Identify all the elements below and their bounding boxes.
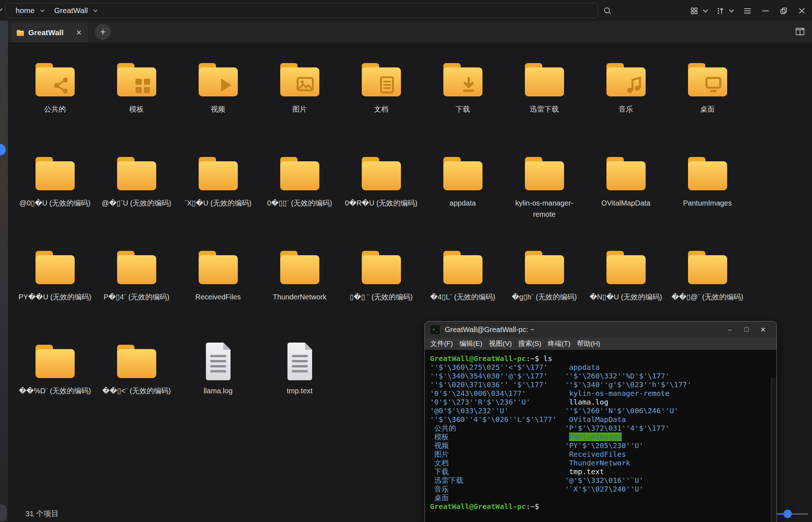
- folder-icon: [32, 57, 78, 100]
- grid-item[interactable]: ReceivedFiles: [177, 235, 259, 329]
- grid-item[interactable]: `X▯�U (无效的编码): [177, 141, 259, 235]
- grid-item[interactable]: OVitalMapData: [585, 141, 667, 235]
- grid-item-label: appdata: [450, 198, 476, 209]
- grid-item[interactable]: P�▯4¨ (无效的编码): [96, 235, 177, 329]
- grid-item[interactable]: �g▯h¨ (无效的编码): [504, 235, 585, 329]
- breadcrumb-item-current[interactable]: GreatWall: [54, 6, 88, 15]
- terminal-output[interactable]: GreatWall@GreatWall-pc:~$ ls''$'\360\275…: [425, 350, 776, 522]
- grid-item-label: �4▯L¨ (无效的编码): [430, 291, 495, 303]
- folder-icon: [603, 57, 649, 100]
- folder-icon: [32, 245, 78, 288]
- grid-item[interactable]: ▯�▯ ¨ (无效的编码): [340, 235, 422, 329]
- terminal-minimize-icon[interactable]: –: [721, 326, 738, 334]
- grid-item[interactable]: @0▯�U (无效的编码): [14, 141, 96, 235]
- grid-item-label: OVitalMapData: [601, 198, 650, 209]
- grid-item[interactable]: kylin-os-manager-remote: [504, 141, 585, 235]
- grid-item-label: tmp.text: [287, 385, 312, 397]
- grid-item[interactable]: ��▯<¨ (无效的编码): [96, 329, 177, 423]
- terminal-line: 音乐'`X'$'\027\240''U': [430, 485, 776, 493]
- grid-item[interactable]: tmp.text: [259, 329, 340, 423]
- chevron-down-icon[interactable]: [726, 5, 737, 16]
- terminal-window[interactable]: >_ GreatWall@GreatWall-pc: ~ – □ ✕ 文件(F)…: [424, 321, 777, 522]
- terminal-line: '0'$'\273''R'$'\236''U' llama.log: [430, 398, 776, 406]
- sidebar-bottom-control: [0, 505, 7, 521]
- chevron-down-icon[interactable]: [93, 9, 98, 12]
- terminal-close-icon[interactable]: ✕: [755, 326, 771, 334]
- grid-item-label: `X▯�U (无效的编码): [185, 198, 252, 209]
- grid-item[interactable]: 桌面: [667, 47, 748, 141]
- chevron-down-icon[interactable]: [700, 5, 711, 16]
- grid-item[interactable]: 0�R�U (无效的编码): [340, 141, 422, 235]
- restore-icon[interactable]: [778, 5, 789, 16]
- terminal-titlebar[interactable]: >_ GreatWall@GreatWall-pc: ~ – □ ✕: [425, 322, 776, 337]
- grid-item[interactable]: ��%D¨ (无效的编码): [14, 329, 96, 423]
- grid-item[interactable]: 迅雷下载: [504, 47, 585, 141]
- folder-icon: [603, 151, 649, 194]
- menu-icon[interactable]: [742, 5, 753, 16]
- terminal-menu-item[interactable]: 终端(T): [544, 339, 573, 348]
- terminal-menu-item[interactable]: 文件(F): [427, 339, 456, 348]
- grid-item-label: 图片: [293, 104, 307, 115]
- item-count-label: 31 个项目: [25, 509, 59, 519]
- folder-icon: [440, 245, 486, 288]
- tab-greatwall[interactable]: GreatWall ✕: [11, 23, 88, 42]
- chevron-down-icon[interactable]: [40, 9, 45, 12]
- grid-item[interactable]: 0�▯▯¨ (无效的编码): [259, 141, 340, 235]
- sidebar-collapsed-strip[interactable]: [0, 21, 8, 522]
- new-tab-button[interactable]: +: [95, 24, 111, 40]
- grid-item[interactable]: llama.log: [177, 329, 259, 423]
- grid-item[interactable]: 音乐: [585, 47, 667, 141]
- terminal-maximize-icon[interactable]: □: [738, 326, 755, 334]
- icon-zoom-slider-handle[interactable]: [783, 510, 792, 518]
- grid-item[interactable]: 文档: [340, 47, 422, 141]
- search-icon[interactable]: [602, 5, 613, 16]
- grid-item-label: llama.log: [203, 385, 232, 397]
- folder-icon: [521, 245, 568, 288]
- terminal-menu-item[interactable]: 视图(V): [486, 339, 515, 348]
- folder-icon: [603, 245, 649, 288]
- folder-icon: [113, 57, 160, 100]
- grid-view-icon[interactable]: [689, 5, 700, 16]
- terminal-scrollbar[interactable]: [771, 378, 776, 522]
- grid-item[interactable]: appdata: [422, 141, 504, 235]
- grid-item[interactable]: 图片: [259, 47, 340, 141]
- grid-item-label: �N▯�U (无效的编码): [590, 291, 662, 303]
- grid-item[interactable]: @�▯`U (无效的编码): [96, 141, 177, 235]
- close-icon[interactable]: ✕: [75, 28, 83, 37]
- terminal-line: GreatWall@GreatWall-pc:~$: [430, 502, 776, 511]
- grid-item-label: 0�R�U (无效的编码): [345, 198, 418, 209]
- folder-icon: [16, 29, 25, 37]
- grid-item[interactable]: ��▯@¨ (无效的编码): [667, 235, 748, 329]
- grid-item[interactable]: 公共的: [14, 47, 96, 141]
- grid-item[interactable]: ThunderNetwork: [259, 235, 340, 329]
- terminal-line: ''$'\340\354\030''@'$'\177'''$'\260\332'…: [430, 372, 776, 380]
- grid-item[interactable]: �N▯�U (无效的编码): [585, 235, 667, 329]
- minimize-icon[interactable]: [760, 5, 771, 16]
- folder-icon: [440, 151, 486, 194]
- folder-icon: [440, 57, 486, 100]
- grid-item[interactable]: 视频: [177, 47, 259, 141]
- close-icon[interactable]: [796, 5, 807, 16]
- folder-icon: [195, 57, 241, 100]
- terminal-line: 图片 ReceivedFiles: [430, 450, 776, 459]
- grid-item[interactable]: �4▯L¨ (无效的编码): [422, 235, 504, 329]
- terminal-line: ''$'\360''4'$'\026''L'$'\177' OVitalMapD…: [430, 415, 776, 424]
- terminal-line: 桌面: [430, 493, 776, 502]
- breadcrumb-item-home[interactable]: home: [16, 6, 35, 15]
- terminal-menu-item[interactable]: 编辑(E): [456, 339, 485, 348]
- terminal-menu-item[interactable]: 帮助(H): [574, 339, 604, 348]
- chevron-down-icon[interactable]: [0, 8, 3, 12]
- grid-item-label: 公共的: [44, 104, 66, 115]
- terminal-menu-item[interactable]: 搜索(S): [515, 339, 544, 348]
- grid-item-label: kylin-os-manager-remote: [508, 198, 581, 220]
- grid-item[interactable]: PY��U (无效的编码): [14, 235, 96, 329]
- grid-item[interactable]: 下载: [422, 47, 504, 141]
- grid-item[interactable]: 模板: [96, 47, 177, 141]
- folder-icon: [358, 151, 405, 194]
- terminal-line: 下载 tmp.text: [430, 467, 776, 476]
- grid-item-label: ��▯<¨ (无效的编码): [102, 385, 171, 397]
- grid-item[interactable]: PantumImages: [667, 141, 748, 235]
- sort-icon[interactable]: [715, 5, 726, 16]
- terminal-line: 视频'PY'$'\205\230''U': [430, 441, 776, 450]
- split-view-icon[interactable]: [795, 26, 805, 37]
